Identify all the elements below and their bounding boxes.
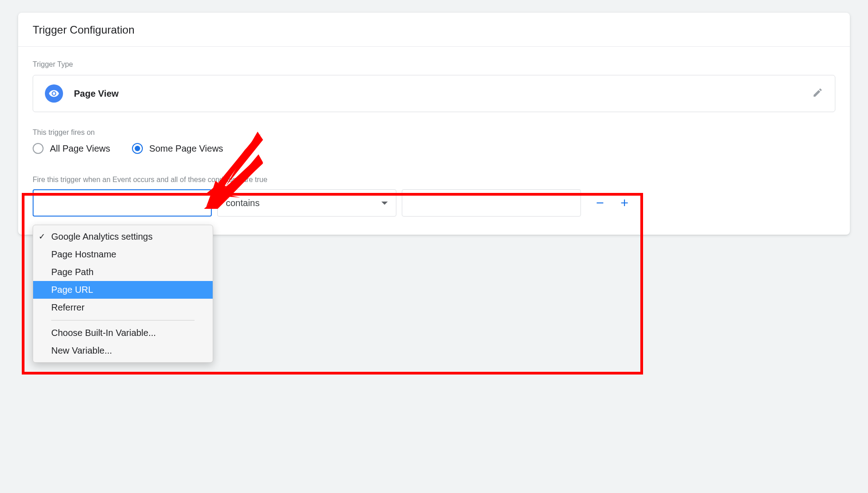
card-body: Trigger Type Page View This trigger fire…: [18, 47, 850, 235]
remove-condition-button[interactable]: −: [595, 196, 605, 210]
row-buttons: − +: [595, 189, 630, 217]
condition-row: Google Analytics settings contains − +: [33, 189, 835, 217]
add-condition-button[interactable]: +: [619, 196, 630, 210]
radio-label: All Page Views: [50, 143, 110, 154]
radio-circle-unchecked: [33, 143, 44, 154]
dropdown-item-page-url[interactable]: Page URL: [33, 281, 213, 299]
dropdown-item-new-variable[interactable]: New Variable...: [33, 342, 213, 360]
operator-select[interactable]: contains: [217, 189, 396, 217]
radio-all-page-views[interactable]: All Page Views: [33, 143, 110, 154]
fires-on-label: This trigger fires on: [33, 128, 835, 137]
trigger-type-row[interactable]: Page View: [33, 75, 835, 112]
operator-select-value: contains: [226, 198, 260, 208]
dropdown-item-referrer[interactable]: Referrer: [33, 299, 213, 316]
radio-circle-checked: [132, 143, 143, 154]
pencil-icon[interactable]: [812, 87, 823, 100]
dropdown-item-ga-settings[interactable]: Google Analytics settings: [33, 228, 213, 246]
conditions-section: Fire this trigger when an Event occurs a…: [33, 176, 835, 217]
value-input[interactable]: [402, 189, 581, 217]
trigger-config-card: Trigger Configuration Trigger Type Page …: [18, 13, 850, 235]
radio-label: Some Page Views: [149, 143, 223, 154]
radio-dot: [135, 146, 140, 151]
dropdown-item-page-hostname[interactable]: Page Hostname: [33, 246, 213, 263]
dropdown-item-page-path[interactable]: Page Path: [33, 263, 213, 281]
dropdown-item-choose-builtin[interactable]: Choose Built-In Variable...: [33, 324, 213, 342]
dropdown-divider: [51, 320, 195, 320]
radio-group-fires-on: All Page Views Some Page Views: [33, 143, 835, 154]
trigger-type-label: Trigger Type: [33, 60, 835, 69]
radio-some-page-views[interactable]: Some Page Views: [132, 143, 223, 154]
chevron-down-icon: [381, 202, 388, 205]
variable-select[interactable]: Google Analytics settings: [33, 189, 212, 217]
card-title: Trigger Configuration: [18, 13, 850, 46]
variable-dropdown[interactable]: Google Analytics settings Page Hostname …: [33, 225, 213, 363]
trigger-type-name: Page View: [74, 89, 801, 99]
conditions-label: Fire this trigger when an Event occurs a…: [33, 176, 835, 184]
eye-icon: [45, 84, 63, 103]
